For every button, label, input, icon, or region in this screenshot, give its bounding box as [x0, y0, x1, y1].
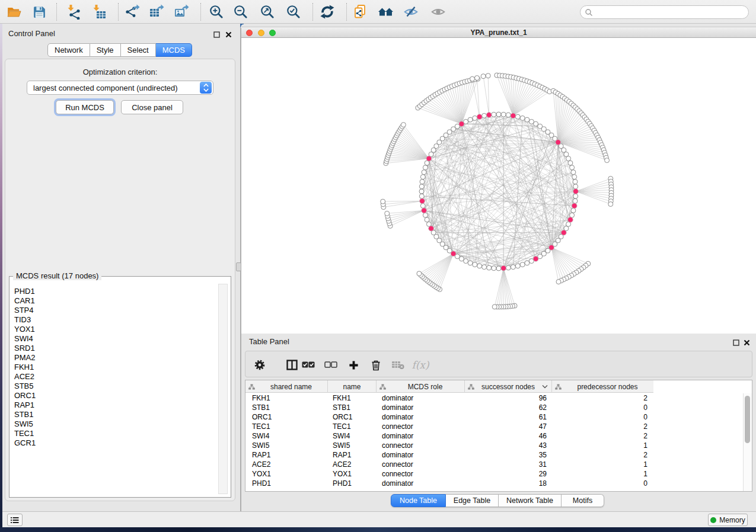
table-cell[interactable]: SWI4 — [245, 432, 328, 440]
graph-hub-node[interactable] — [572, 203, 577, 209]
network-window-titlebar[interactable]: YPA_prune.txt_1 — [241, 27, 756, 38]
graph-node[interactable] — [385, 211, 390, 216]
table-row[interactable]: FKH1FKH1dominator962 — [245, 393, 744, 403]
mcds-result-item[interactable]: ACE2 — [9, 372, 220, 382]
tab-edge-table[interactable]: Edge Table — [446, 494, 499, 507]
graph-node[interactable] — [475, 76, 480, 81]
column-header-name[interactable]: name — [328, 380, 377, 393]
graph-hub-node[interactable] — [511, 113, 516, 118]
table-cell[interactable]: 18 — [465, 479, 552, 488]
table-row[interactable]: STB1STB1dominator620 — [245, 403, 744, 412]
table-cell[interactable]: 2 — [552, 422, 653, 431]
graph-hub-node[interactable] — [429, 226, 434, 231]
close-panel-icon[interactable] — [225, 30, 232, 37]
create-column-button[interactable] — [346, 358, 361, 372]
graph-hub-node[interactable] — [426, 156, 432, 161]
tab-mcds[interactable]: MCDS — [156, 43, 192, 57]
graph-node[interactable] — [420, 175, 425, 180]
table-cell[interactable]: SWI5 — [245, 441, 328, 450]
table-row[interactable]: ORC1ORC1dominator610 — [245, 412, 744, 422]
task-history-button[interactable] — [7, 514, 23, 526]
graph-hub-node[interactable] — [549, 245, 554, 250]
graph-node[interactable] — [468, 117, 473, 122]
table-cell[interactable]: FKH1 — [245, 394, 328, 402]
graph-node[interactable] — [570, 213, 575, 217]
graph-node[interactable] — [422, 170, 426, 175]
table-cell[interactable]: 0 — [552, 413, 653, 421]
graph-node[interactable] — [556, 280, 561, 284]
graph-node[interactable] — [420, 203, 425, 208]
graph-hub-node[interactable] — [486, 113, 492, 118]
table-cell[interactable]: SWI4 — [328, 432, 377, 440]
table-cell[interactable]: dominator — [377, 479, 465, 488]
mcds-scrollbar[interactable] — [218, 284, 228, 494]
graph-node[interactable] — [573, 184, 578, 189]
graph-node[interactable] — [570, 165, 575, 170]
graph-node[interactable] — [525, 261, 529, 265]
mcds-result-item[interactable]: PHD1 — [9, 287, 220, 296]
tab-motifs[interactable]: Motifs — [562, 494, 604, 507]
tab-style[interactable]: Style — [90, 43, 121, 57]
save-session-button[interactable] — [31, 4, 47, 20]
graph-node[interactable] — [520, 116, 525, 120]
float-table-panel-icon[interactable] — [733, 338, 740, 345]
graph-node[interactable] — [515, 264, 520, 268]
graph-node[interactable] — [520, 262, 525, 267]
hide-details-button[interactable] — [403, 4, 419, 20]
table-cell[interactable]: ACE2 — [328, 460, 377, 469]
table-cell[interactable]: 2 — [552, 432, 653, 440]
table-row[interactable]: SWI4SWI4dominator462 — [245, 431, 744, 441]
table-scrollbar-thumb[interactable] — [745, 396, 750, 443]
export-table-button[interactable] — [148, 4, 165, 20]
graph-node[interactable] — [571, 170, 576, 175]
graph-node[interactable] — [473, 116, 477, 120]
search-input[interactable] — [580, 5, 749, 19]
mcds-result-item[interactable]: SWI5 — [9, 419, 220, 429]
zoom-out-button[interactable] — [232, 4, 249, 20]
graph-node[interactable] — [501, 112, 506, 117]
graph-hub-node[interactable] — [568, 217, 573, 223]
graph-node[interactable] — [492, 305, 497, 309]
import-table-button[interactable] — [91, 4, 107, 20]
graph-node[interactable] — [401, 123, 406, 127]
column-header-predecessor-nodes[interactable]: predecessor nodes — [552, 380, 653, 393]
table-row[interactable]: RAP1RAP1dominator352 — [245, 450, 744, 460]
splitter-handle[interactable] — [236, 262, 241, 271]
graph-hub-node[interactable] — [561, 230, 566, 235]
zoom-selected-button[interactable] — [285, 4, 302, 20]
mcds-result-item[interactable]: CAR1 — [9, 296, 220, 306]
table-cell[interactable]: 1 — [552, 460, 653, 469]
table-cell[interactable]: 47 — [465, 422, 552, 431]
zoom-in-button[interactable] — [208, 4, 225, 20]
table-cell[interactable]: 61 — [465, 413, 552, 421]
table-cell[interactable]: 2 — [552, 394, 653, 402]
graph-node[interactable] — [605, 158, 610, 163]
graph-node[interactable] — [423, 165, 428, 170]
memory-button[interactable]: Memory — [708, 514, 748, 526]
tab-node-table[interactable]: Node Table — [391, 494, 446, 507]
function-builder-button[interactable]: f(x) — [413, 358, 428, 372]
graph-node[interactable] — [573, 194, 578, 198]
table-cell[interactable]: 1 — [552, 441, 653, 450]
graph-node[interactable] — [568, 161, 573, 165]
graph-node[interactable] — [571, 208, 576, 213]
table-cell[interactable]: 96 — [465, 394, 552, 402]
deselect-all-columns-button[interactable] — [324, 358, 338, 372]
run-mcds-button[interactable]: Run MCDS — [56, 100, 114, 114]
table-row[interactable]: PHD1PHD1dominator180 — [245, 479, 744, 488]
table-cell[interactable]: ORC1 — [245, 413, 328, 421]
graph-node[interactable] — [381, 199, 385, 204]
column-header-shared-name[interactable]: shared name — [245, 380, 328, 393]
graph-hub-node[interactable] — [451, 251, 456, 257]
table-cell[interactable]: TEC1 — [245, 422, 328, 431]
table-cell[interactable]: dominator — [377, 403, 465, 412]
graph-node[interactable] — [423, 213, 428, 217]
graph-node[interactable] — [473, 262, 477, 267]
table-cell[interactable]: dominator — [377, 413, 465, 421]
graph-node[interactable] — [511, 265, 515, 270]
graph-node[interactable] — [477, 264, 482, 268]
mcds-result-item[interactable]: FKH1 — [9, 363, 220, 372]
table-cell[interactable]: dominator — [377, 394, 465, 402]
table-cell[interactable]: YOX1 — [245, 470, 328, 478]
mcds-result-item[interactable]: STP4 — [9, 306, 220, 315]
